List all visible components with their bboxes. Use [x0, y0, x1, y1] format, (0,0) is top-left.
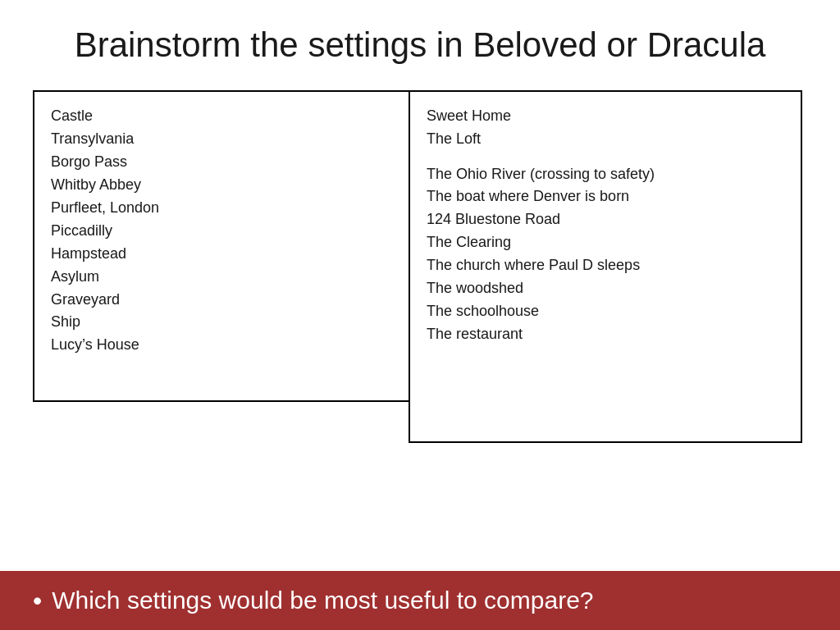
footer-text: • Which settings would be most useful to… [33, 587, 594, 614]
list-item: The Loft [427, 128, 784, 151]
list-item: Lucy’s House [51, 334, 392, 357]
list-item: Ship [51, 311, 392, 334]
footer-question: Which settings would be most useful to c… [52, 587, 593, 614]
list-item: Whitby Abbey [51, 174, 392, 197]
dracula-items: CastleTransylvaniaBorgo PassWhitby Abbey… [51, 105, 392, 357]
beloved-group1: Sweet HomeThe Loft [427, 105, 784, 151]
footer-bar: • Which settings would be most useful to… [0, 571, 840, 630]
list-item: Castle [51, 105, 392, 128]
main-content: Brainstorm the settings in Beloved or Dr… [0, 0, 840, 571]
list-item: 124 Bluestone Road [427, 208, 784, 231]
list-item: Sweet Home [427, 105, 784, 128]
list-item: The woodshed [427, 277, 784, 300]
list-item: The restaurant [427, 323, 784, 346]
bullet-icon: • [33, 587, 42, 614]
list-item: The church where Paul D sleeps [427, 254, 784, 277]
list-item: The schoolhouse [427, 300, 784, 323]
beloved-box: Sweet HomeThe Loft The Ohio River (cross… [409, 90, 802, 443]
list-item: Borgo Pass [51, 151, 392, 174]
list-item: Asylum [51, 266, 392, 289]
list-item: The Ohio River (crossing to safety) [427, 163, 784, 186]
dracula-box: CastleTransylvaniaBorgo PassWhitby Abbey… [33, 90, 410, 402]
list-item: Purfleet, London [51, 197, 392, 220]
list-item: Piccadilly [51, 220, 392, 243]
beloved-group2: The Ohio River (crossing to safety)The b… [427, 163, 784, 346]
list-item: Transylvania [51, 128, 392, 151]
list-item: The boat where Denver is born [427, 185, 784, 208]
page-title: Brainstorm the settings in Beloved or Dr… [33, 25, 807, 66]
list-item: The Clearing [427, 231, 784, 254]
list-item: Hampstead [51, 243, 392, 266]
boxes-container: CastleTransylvaniaBorgo PassWhitby Abbey… [33, 90, 807, 555]
list-item: Graveyard [51, 289, 392, 312]
